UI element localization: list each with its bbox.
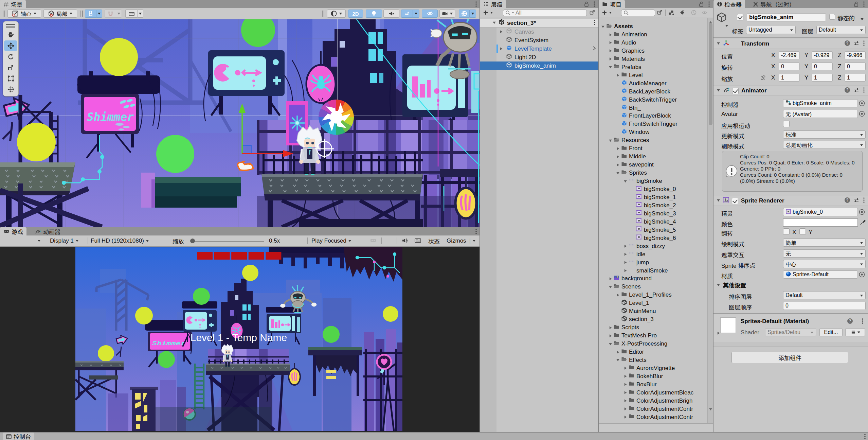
foldout-triangle[interactable] [623, 260, 628, 265]
material-list-button[interactable] [845, 328, 865, 336]
transform-z-field[interactable]: 0 [845, 63, 866, 70]
console-kebab-icon[interactable] [864, 434, 866, 440]
tab-console[interactable]: 控制台 [3, 433, 34, 440]
foldout-triangle[interactable] [623, 399, 628, 403]
project-item-bigsmoke_3[interactable]: bigSmoke_3 [599, 210, 707, 218]
project-item-savepoint[interactable]: savepoint [599, 161, 707, 169]
transform-component-header[interactable]: Transform? [713, 39, 868, 49]
foldout-triangle[interactable] [601, 24, 605, 29]
project-item-coloradjustmentbleac[interactable]: ColorAdjustmentBleac [599, 389, 707, 397]
project-item-backswitchtrigger[interactable]: BackSwitchTrigger [599, 96, 707, 104]
project-item-window[interactable]: Window [599, 128, 707, 136]
scene-foldout-triangle[interactable] [492, 20, 496, 25]
display-dropdown[interactable]: Display 1 [50, 237, 79, 245]
flip-y-checkbox[interactable] [799, 228, 806, 235]
foldout-triangle[interactable] [623, 179, 628, 183]
foldout-triangle[interactable] [616, 293, 620, 297]
tag-dropdown[interactable]: Untagged [746, 26, 796, 34]
transform-x-field[interactable]: -2.469 [779, 51, 800, 59]
component-foldout[interactable] [716, 41, 721, 46]
game-tab-menu[interactable] [475, 228, 477, 236]
project-item-bigsmoke[interactable]: bigSmoke [599, 177, 707, 185]
tab-hierarchy[interactable]: 层级 [480, 0, 506, 8]
project-menu[interactable] [708, 1, 710, 9]
project-item-resources[interactable]: Resources [599, 136, 707, 144]
project-item-level[interactable]: Level [599, 71, 707, 80]
game-kebab-icon[interactable] [475, 228, 477, 234]
inspector-kebab-icon[interactable] [863, 1, 865, 7]
hierarchy-scene-row[interactable]: section_3* [480, 19, 599, 28]
foldout-triangle[interactable] [623, 268, 628, 273]
move-tool-button[interactable] [4, 40, 17, 51]
foldout-triangle[interactable] [608, 277, 613, 281]
project-item-bigsmoke_0[interactable]: bigSmoke_0 [599, 185, 707, 193]
foldout-triangle[interactable] [623, 252, 628, 257]
foldout-triangle[interactable] [623, 366, 628, 370]
sprite-renderer-kebab-icon[interactable] [863, 197, 865, 203]
project-item-bigsmoke_5[interactable]: bigSmoke_5 [599, 226, 707, 234]
project-search-input[interactable] [621, 10, 655, 16]
foldout-triangle[interactable] [623, 415, 628, 419]
project-kebab-icon[interactable] [708, 1, 710, 7]
effects-dropdown[interactable] [413, 10, 419, 18]
transform-x-field[interactable]: 0 [779, 63, 800, 70]
scale-link-button[interactable] [760, 75, 766, 82]
game-viewport[interactable]: Shimmer Level 1 - Temp Name [0, 247, 480, 432]
foldout-triangle[interactable] [616, 358, 620, 362]
animator-enabled-checkbox[interactable] [732, 88, 739, 94]
console-menu[interactable] [864, 434, 866, 440]
update-mode-dropdown[interactable]: 标准 [783, 130, 866, 139]
sprite-renderer-header[interactable]: Sprite Renderer? [713, 196, 868, 206]
sprite-field-picker[interactable] [859, 209, 865, 217]
project-item-mainmenu[interactable]: MainMenu [599, 307, 707, 315]
hierarchy-lock-icon[interactable] [584, 1, 589, 7]
zoom-slider-track[interactable] [192, 241, 264, 242]
project-item-materials[interactable]: Materials [599, 55, 707, 63]
project-item-coloradjustmentcontr[interactable]: ColorAdjustmentContr [599, 405, 707, 413]
project-item-bigsmoke_1[interactable]: bigSmoke_1 [599, 193, 707, 201]
tab-animator[interactable]: 动画器 [31, 227, 64, 235]
vr-mode-button[interactable] [370, 237, 376, 243]
transform-component-presets[interactable] [854, 40, 859, 48]
material-kebab-icon[interactable] [861, 318, 864, 324]
scene-audio-button[interactable] [383, 10, 399, 18]
project-item-sprites[interactable]: Sprites [599, 169, 707, 177]
project-item-frontswitchtrigger[interactable]: FrontSwitchTrigger [599, 120, 707, 128]
flip-x-checkbox[interactable] [783, 228, 790, 235]
foldout-triangle[interactable] [616, 146, 620, 151]
foldout-triangle[interactable] [499, 30, 503, 34]
avatar-field-picker[interactable] [859, 111, 865, 119]
mask-interaction-dropdown[interactable]: 无 [783, 249, 866, 258]
project-item-section_3[interactable]: section_3 [599, 315, 707, 323]
hierarchy-item-light-2d[interactable]: Light 2D [480, 53, 599, 61]
color-eyedropper[interactable] [860, 219, 866, 227]
snap-increment-dropdown[interactable] [116, 10, 122, 18]
layer-dropdown[interactable]: Default [816, 26, 866, 34]
draw-mode-dropdown[interactable]: 简单 [783, 239, 866, 247]
project-item-textmesh-pro[interactable]: TextMesh Pro [599, 332, 707, 340]
hierarchy-lock[interactable] [584, 1, 589, 8]
scale-tool-button[interactable] [4, 62, 17, 73]
hierarchy-create-button[interactable] [483, 10, 493, 15]
project-item-audiomanager[interactable]: AudioManager [599, 80, 707, 88]
animator-presets[interactable] [854, 87, 859, 94]
project-item-smallsmoke[interactable]: smallSmoke [599, 267, 707, 275]
draw-mode-button[interactable] [327, 10, 346, 18]
scene-visibility-button[interactable] [422, 10, 438, 18]
scene-kebab-icon[interactable] [475, 1, 477, 7]
material-menu[interactable] [861, 318, 864, 326]
foldout-triangle[interactable] [616, 155, 620, 159]
transform-y-field[interactable]: 1 [812, 74, 833, 82]
project-item-x-postprocessing[interactable]: X-PostProcessing [599, 340, 707, 348]
project-item-effects[interactable]: Effects [599, 356, 707, 364]
material-preview[interactable] [720, 317, 736, 333]
project-item-assets[interactable]: Assets [599, 22, 707, 31]
foldout-triangle[interactable] [623, 374, 628, 379]
transform-z-field[interactable]: 1 [845, 74, 866, 82]
gameobject-icon-button[interactable] [716, 12, 727, 24]
project-create-button[interactable] [602, 10, 612, 15]
project-item-jump[interactable]: jump [599, 259, 707, 267]
project-item-bokehblur[interactable]: BokehBlur [599, 372, 707, 381]
animator-menu[interactable] [863, 87, 865, 95]
tab-scene[interactable]: 场景 [0, 0, 26, 8]
